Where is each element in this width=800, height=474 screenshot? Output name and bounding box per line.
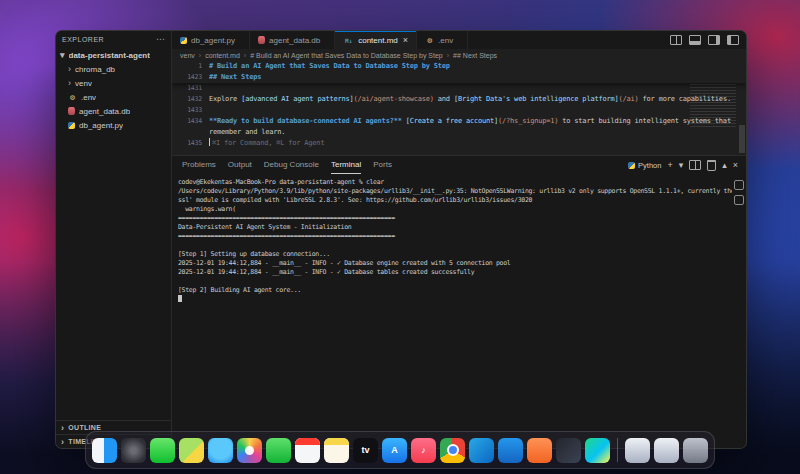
music-dock-icon[interactable]: ♪: [411, 438, 436, 463]
downloads-stack-dock-icon[interactable]: [625, 438, 650, 463]
file-tree: ▾data-persistant-agent›chroma_db›venv⚙.e…: [56, 48, 171, 420]
maximize-panel-icon[interactable]: ▴: [722, 161, 727, 170]
toggle-secondary-sidebar-icon[interactable]: [708, 35, 720, 45]
panel-body: codev@Ekekentas-MacBook-Pro data-persist…: [172, 174, 746, 448]
pycharm-dock-icon[interactable]: [585, 438, 610, 463]
breadcrumb[interactable]: venv›content.md›# Build an AI Agent that…: [172, 49, 746, 61]
tree-item-chroma_db[interactable]: ›chroma_db: [56, 62, 171, 76]
py-file-icon: [180, 37, 187, 44]
editor-line: 1434**Ready to build database-connected …: [172, 116, 746, 127]
vscode-dock-icon[interactable]: [469, 438, 494, 463]
panel-tab-problems[interactable]: Problems: [182, 156, 216, 174]
terminal-line: [178, 277, 732, 286]
scrollbar-thumb[interactable]: [739, 125, 745, 153]
tv-dock-icon[interactable]: tv: [353, 438, 378, 463]
documents-stack-dock-icon[interactable]: [654, 438, 679, 463]
line-content: ⌘I for Command, ⌘L for Agent: [209, 138, 746, 149]
app-store-glyph: A: [391, 446, 398, 455]
panel-tabs: ProblemsOutputDebug ConsoleTerminalPorts: [172, 156, 404, 174]
launchpad-dock-icon[interactable]: [121, 438, 146, 463]
close-panel-icon[interactable]: ×: [733, 161, 738, 170]
db-file-icon: [68, 107, 75, 115]
postman-dock-icon[interactable]: [527, 438, 552, 463]
tab-db_agent.py[interactable]: db_agent.py: [172, 31, 250, 49]
panel-tab-ports[interactable]: Ports: [373, 156, 392, 174]
tree-item-venv[interactable]: ›venv: [56, 76, 171, 90]
trash-dock-icon[interactable]: [683, 438, 708, 463]
panel-rail-icon-2[interactable]: [734, 195, 744, 205]
chevron-right-icon: ›: [68, 64, 71, 74]
editor-line: 1# Build an AI Agent that Saves Data to …: [172, 61, 746, 72]
terminal-line: [Step 2] Building AI agent core...: [178, 286, 732, 295]
split-terminal-icon[interactable]: [689, 160, 701, 170]
breadcrumb-item[interactable]: # Build an AI Agent that Saves Data to D…: [250, 52, 443, 59]
chevron-right-icon: ›: [68, 78, 71, 88]
app-store-dock-icon[interactable]: A: [382, 438, 407, 463]
tv-glyph: tv: [361, 446, 369, 455]
tree-item-label: venv: [75, 79, 92, 88]
line-number: 1433: [172, 105, 209, 116]
code-segment: (/ai): [619, 95, 639, 103]
calendar-dock-icon[interactable]: [295, 438, 320, 463]
chrome-dock-icon[interactable]: [440, 438, 465, 463]
music-glyph: ♪: [421, 446, 426, 455]
tab-content.md[interactable]: M↓content.md×: [335, 31, 417, 49]
chevron-right-icon: ›: [61, 437, 64, 447]
panel-tab-debug-console[interactable]: Debug Console: [264, 156, 319, 174]
breadcrumb-item[interactable]: content.md: [205, 52, 240, 59]
line-content: ## Next Steps: [209, 72, 746, 83]
editor-cursor: [209, 138, 210, 146]
terminal-profile[interactable]: Python: [628, 161, 661, 170]
panel-tab-terminal[interactable]: Terminal: [331, 156, 361, 174]
messages-dock-icon[interactable]: [150, 438, 175, 463]
maps-dock-icon[interactable]: [179, 438, 204, 463]
notes-dock-icon[interactable]: [324, 438, 349, 463]
panel-tab-output[interactable]: Output: [228, 156, 252, 174]
breadcrumb-separator-icon: ›: [447, 52, 449, 59]
editor[interactable]: 1# Build an AI Agent that Saves Data to …: [172, 61, 746, 155]
line-number: 1: [172, 61, 209, 72]
kill-terminal-icon[interactable]: [707, 160, 716, 171]
dock: tvA♪: [85, 431, 715, 469]
explorer-more-actions-icon[interactable]: ⋯: [156, 35, 165, 44]
tree-root-folder[interactable]: ▾data-persistant-agent: [56, 48, 171, 62]
split-editor-icon[interactable]: [670, 35, 682, 45]
warp-dock-icon[interactable]: [556, 438, 581, 463]
tab-.env[interactable]: ⚙.env: [417, 31, 468, 49]
line-content: **Ready to build database-connected AI a…: [209, 116, 746, 127]
photos-dock-icon[interactable]: [237, 438, 262, 463]
terminal-line: ssl' module is compiled with 'LibreSSL 2…: [178, 196, 732, 205]
terminal-cursor-line: [178, 295, 732, 305]
customize-layout-icon[interactable]: [727, 35, 739, 45]
new-terminal-icon[interactable]: +: [667, 161, 672, 170]
tree-item-db_agent.py[interactable]: db_agent.py: [56, 118, 171, 132]
terminal-dropdown-icon[interactable]: ▾: [679, 161, 684, 170]
safari-dock-icon[interactable]: [208, 438, 233, 463]
tab-agent_data.db[interactable]: agent_data.db: [250, 31, 335, 49]
tab-label: content.md: [358, 36, 398, 45]
terminal-line: [178, 241, 732, 250]
toggle-panel-icon[interactable]: [689, 35, 701, 45]
breadcrumb-item[interactable]: venv: [180, 52, 195, 59]
close-tab-icon[interactable]: ×: [403, 36, 408, 45]
editor-line: 1431: [172, 83, 746, 94]
facetime-dock-icon[interactable]: [266, 438, 291, 463]
breadcrumb-item[interactable]: ## Next Steps: [453, 52, 497, 59]
panel-rail-icon-1[interactable]: [734, 180, 744, 190]
code-segment: [Create a free account]: [406, 117, 498, 125]
tree-item-.env[interactable]: ⚙.env: [56, 90, 171, 104]
terminal-line: 2025-12-01 19:44:12,884 - __main__ - INF…: [178, 259, 732, 268]
tree-item-agent_data.db[interactable]: agent_data.db: [56, 104, 171, 118]
panel-actions: Python + ▾ ▴ ×: [628, 160, 746, 171]
tree-root-label: data-persistant-agent: [69, 51, 150, 60]
code-segment: # Build an AI Agent that Saves Data to D…: [209, 62, 450, 70]
terminal-line: ========================================…: [178, 214, 732, 223]
finder-dock-icon[interactable]: [92, 438, 117, 463]
terminal[interactable]: codev@Ekekentas-MacBook-Pro data-persist…: [172, 174, 732, 448]
code-segment: ## Next Steps: [209, 73, 261, 81]
docker-dock-icon[interactable]: [498, 438, 523, 463]
terminal-line: /Users/codev/Library/Python/3.9/lib/pyth…: [178, 187, 732, 196]
code-segment: [Bright Data's web intelligence platform…: [454, 95, 619, 103]
tree-item-label: .env: [81, 93, 96, 102]
tab-strip: db_agent.pyagent_data.dbM↓content.md×⚙.e…: [172, 31, 468, 49]
